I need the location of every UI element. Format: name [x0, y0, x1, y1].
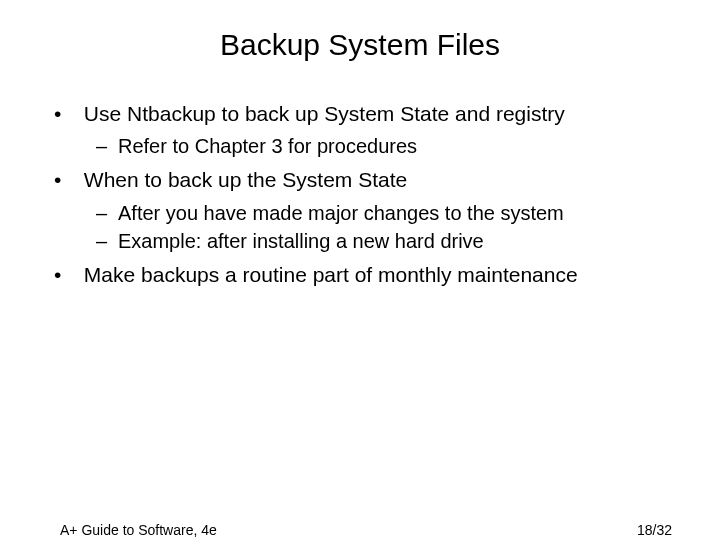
- slide-footer: A+ Guide to Software, 4e 18/32: [60, 522, 672, 538]
- bullet-text: When to back up the System State: [84, 168, 407, 191]
- bullet-item: Use Ntbackup to back up System State and…: [60, 100, 680, 160]
- sub-bullet-list: After you have made major changes to the…: [96, 199, 680, 255]
- slide-title: Backup System Files: [0, 28, 720, 62]
- sub-bullet-item: After you have made major changes to the…: [96, 199, 680, 227]
- bullet-list: Use Ntbackup to back up System State and…: [60, 100, 680, 289]
- bullet-text: Make backups a routine part of monthly m…: [84, 263, 578, 286]
- sub-bullet-text: After you have made major changes to the…: [118, 202, 564, 224]
- slide-content: Use Ntbackup to back up System State and…: [0, 100, 720, 289]
- bullet-text: Use Ntbackup to back up System State and…: [84, 102, 565, 125]
- sub-bullet-item: Refer to Chapter 3 for procedures: [96, 132, 680, 160]
- sub-bullet-text: Refer to Chapter 3 for procedures: [118, 135, 417, 157]
- sub-bullet-text: Example: after installing a new hard dri…: [118, 230, 484, 252]
- bullet-item: Make backups a routine part of monthly m…: [60, 261, 680, 289]
- footer-left: A+ Guide to Software, 4e: [60, 522, 217, 538]
- sub-bullet-item: Example: after installing a new hard dri…: [96, 227, 680, 255]
- bullet-item: When to back up the System State After y…: [60, 166, 680, 254]
- slide: Backup System Files Use Ntbackup to back…: [0, 28, 720, 540]
- sub-bullet-list: Refer to Chapter 3 for procedures: [96, 132, 680, 160]
- footer-page-number: 18/32: [637, 522, 672, 538]
